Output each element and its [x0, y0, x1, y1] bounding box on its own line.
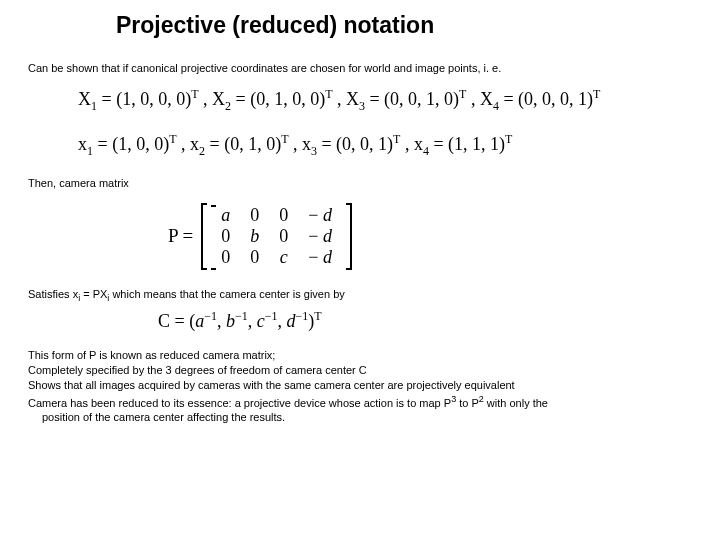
satisfies-post: which means that the camera center is gi…: [109, 288, 344, 300]
matrix-bracket: a 0 0 − d 0 b 0 − d 0 0 c − d: [201, 203, 352, 270]
m-r2c3: 0: [269, 226, 298, 247]
concl-line-4b: to P: [456, 396, 479, 408]
m-r1c2: 0: [240, 205, 269, 226]
m-r3c2: 0: [240, 247, 269, 268]
m-r2c4: − d: [298, 226, 342, 247]
matrix-lead: P =: [168, 225, 193, 247]
satisfies-line: Satisfies xi = PXi which means that the …: [28, 288, 692, 303]
m-r3c4: − d: [298, 247, 342, 268]
conclusion-block: This form of P is known as reduced camer…: [28, 348, 692, 425]
m-r3c1: 0: [211, 247, 240, 268]
concl-line-4a: Camera has been reduced to its essence: …: [28, 396, 451, 408]
m-r2c2: b: [240, 226, 269, 247]
world-points-equation: X1 = (1, 0, 0, 0)T , X2 = (0, 1, 0, 0)T …: [28, 87, 692, 114]
concl-line-4c: with only the: [484, 396, 548, 408]
m-r1c1: a: [211, 205, 240, 226]
then-label: Then, camera matrix: [28, 176, 692, 190]
m-r2c1: 0: [211, 226, 240, 247]
satisfies-mid: = PX: [80, 288, 107, 300]
m-r3c3: c: [269, 247, 298, 268]
satisfies-pre: Satisfies x: [28, 288, 78, 300]
camera-matrix-equation: P = a 0 0 − d 0 b 0 − d 0 0: [168, 203, 692, 270]
intro-text: Can be shown that if canonical projectiv…: [28, 61, 692, 75]
m-r1c3: 0: [269, 205, 298, 226]
concl-line-1: This form of P is known as reduced camer…: [28, 349, 275, 361]
slide-title: Projective (reduced) notation: [116, 12, 692, 39]
camera-center-equation: C = (a−1, b−1, c−1, d−1)T: [158, 309, 692, 332]
m-r1c4: − d: [298, 205, 342, 226]
concl-line-5: position of the camera center affecting …: [28, 410, 692, 425]
matrix-table: a 0 0 − d 0 b 0 − d 0 0 c − d: [211, 205, 342, 268]
concl-line-3: Shows that all images acquired by camera…: [28, 379, 515, 391]
image-points-equation: x1 = (1, 0, 0)T , x2 = (0, 1, 0)T , x3 =…: [28, 132, 692, 159]
concl-line-2: Completely specified by the 3 degrees of…: [28, 364, 367, 376]
